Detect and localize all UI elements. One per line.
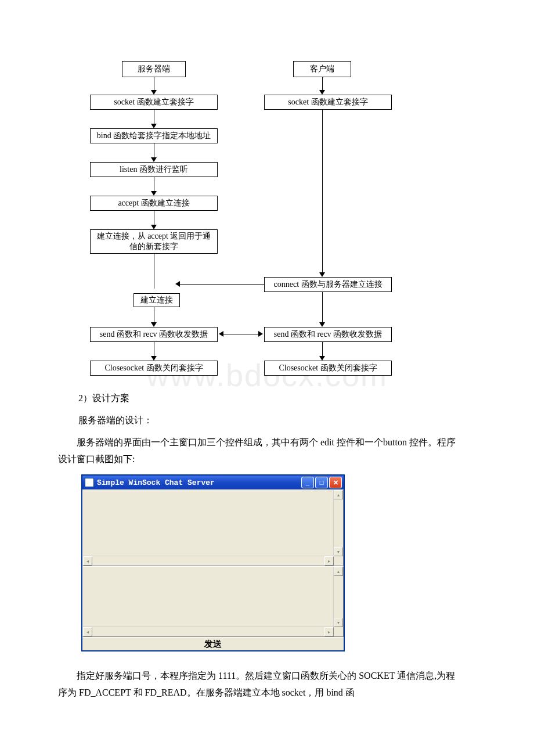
line xyxy=(322,77,323,90)
arrow-down-icon xyxy=(319,356,325,361)
server-header-box: 服务器端 xyxy=(122,61,186,77)
scroll-right-icon[interactable]: ▸ xyxy=(324,556,334,566)
paragraph-2: 指定好服务端口号，本程序指定为 1111。然后建立窗口函数所关心的 SOCKET… xyxy=(58,668,464,701)
line xyxy=(322,292,323,322)
maximize-button[interactable]: □ xyxy=(315,477,328,488)
send-button-label: 发送 xyxy=(204,639,222,650)
client-close-box: Closesocket 函数关闭套接字 xyxy=(264,361,392,376)
arrow-down-icon xyxy=(151,322,157,327)
arrow-down-icon xyxy=(151,356,157,361)
app-icon xyxy=(85,478,94,487)
horizontal-scrollbar[interactable]: ◂ ▸ xyxy=(83,556,334,566)
line xyxy=(154,110,154,124)
paragraph-2-text: 指定好服务端口号，本程序指定为 1111。然后建立窗口函数所关心的 SOCKET… xyxy=(58,668,464,701)
vertical-scrollbar[interactable]: ▴ ▾ xyxy=(333,490,343,556)
titlebar: Simple WinSock Chat Server _ □ ✕ xyxy=(82,476,344,489)
scroll-down-icon[interactable]: ▾ xyxy=(334,618,343,627)
line xyxy=(154,143,154,157)
scroll-up-icon[interactable]: ▴ xyxy=(334,490,343,499)
window-title: Simple WinSock Chat Server xyxy=(97,478,215,487)
line xyxy=(154,77,154,90)
server-close-box: Closesocket 函数关闭套接字 xyxy=(90,361,218,376)
client-header-box: 客户端 xyxy=(293,61,351,77)
arrow-right-icon xyxy=(258,331,263,337)
server-socket-label: socket 函数建立套接字 xyxy=(114,97,193,107)
server-header-label: 服务器端 xyxy=(138,64,170,74)
arrow-left-icon xyxy=(219,331,223,337)
server-newsock-box: 建立连接，从 accept 返回用于通信的新套接字 xyxy=(90,229,218,254)
client-socket-label: socket 函数建立套接字 xyxy=(288,97,367,107)
server-newsock-label: 建立连接，从 accept 返回用于通信的新套接字 xyxy=(93,231,215,252)
arrow-left-icon xyxy=(175,281,180,287)
server-accept-box: accept 函数建立连接 xyxy=(90,196,218,211)
server-sendrecv-label: send 函数和 recv 函数收发数据 xyxy=(100,329,208,340)
line xyxy=(154,307,154,322)
line xyxy=(154,177,154,191)
server-socket-box: socket 函数建立套接字 xyxy=(90,95,218,110)
edit-control-1[interactable]: ▴ ▾ ◂ ▸ xyxy=(82,489,344,566)
scroll-up-icon[interactable]: ▴ xyxy=(334,567,343,576)
connect-label: 建立连接 xyxy=(140,295,173,305)
line xyxy=(154,211,154,225)
send-button[interactable]: 发送 xyxy=(82,637,344,650)
line xyxy=(154,342,154,356)
window-body: ▴ ▾ ◂ ▸ ▴ ▾ ◂ ▸ xyxy=(82,489,344,650)
client-sendrecv-label: send 函数和 recv 函数收发数据 xyxy=(274,329,382,340)
server-close-label: Closesocket 函数关闭套接字 xyxy=(104,363,203,373)
client-socket-box: socket 函数建立套接字 xyxy=(264,95,392,110)
vertical-scrollbar[interactable]: ▴ ▾ xyxy=(333,567,343,627)
line xyxy=(223,334,258,334)
close-button[interactable]: ✕ xyxy=(329,477,342,488)
server-accept-label: accept 函数建立连接 xyxy=(118,198,189,208)
server-sendrecv-box: send 函数和 recv 函数收发数据 xyxy=(90,327,218,342)
line xyxy=(180,284,264,285)
client-close-label: Closesocket 函数关闭套接字 xyxy=(279,363,377,373)
arrow-down-icon xyxy=(319,272,325,277)
minimize-button[interactable]: _ xyxy=(301,477,314,488)
scroll-corner xyxy=(334,627,343,636)
client-sendrecv-box: send 函数和 recv 函数收发数据 xyxy=(264,327,392,342)
scroll-corner xyxy=(334,556,343,566)
arrow-down-icon xyxy=(151,90,157,95)
section2-heading: 2）设计方案 xyxy=(78,390,129,407)
horizontal-scrollbar[interactable]: ◂ ▸ xyxy=(83,627,334,636)
paragraph-1: 服务器端的界面由一个主窗口加三个控件组成，其中有两个 edit 控件和一个but… xyxy=(58,434,464,468)
line xyxy=(154,254,154,289)
arrow-down-icon xyxy=(319,322,325,327)
paragraph-1-text: 服务器端的界面由一个主窗口加三个控件组成，其中有两个 edit 控件和一个but… xyxy=(58,434,464,468)
line xyxy=(322,110,323,272)
arrow-down-icon xyxy=(151,225,157,229)
flowchart-diagram: 服务器端 客户端 socket 函数建立套接字 bind 函数给套接字指定本地地… xyxy=(81,61,441,386)
server-bind-label: bind 函数给套接字指定本地地址 xyxy=(97,131,211,141)
client-connect-box: connect 函数与服务器建立连接 xyxy=(264,277,392,292)
server-bind-box: bind 函数给套接字指定本地地址 xyxy=(90,128,218,143)
scroll-left-icon[interactable]: ◂ xyxy=(83,627,92,636)
client-connect-label: connect 函数与服务器建立连接 xyxy=(273,279,382,290)
arrow-down-icon xyxy=(151,191,157,196)
arrow-down-icon xyxy=(319,90,325,95)
arrow-down-icon xyxy=(151,157,157,162)
server-design-heading: 服务器端的设计： xyxy=(78,412,153,429)
client-header-label: 客户端 xyxy=(310,64,334,74)
scroll-right-icon[interactable]: ▸ xyxy=(324,627,334,636)
line xyxy=(322,342,323,356)
scroll-down-icon[interactable]: ▾ xyxy=(334,547,343,556)
server-listen-label: listen 函数进行监听 xyxy=(120,164,188,175)
connect-label-box: 建立连接 xyxy=(134,293,180,307)
server-listen-box: listen 函数进行监听 xyxy=(90,162,218,177)
app-window-screenshot: Simple WinSock Chat Server _ □ ✕ ▴ ▾ ◂ ▸ xyxy=(81,474,345,651)
edit-control-2[interactable]: ▴ ▾ ◂ ▸ xyxy=(82,566,344,637)
scroll-left-icon[interactable]: ◂ xyxy=(83,556,92,566)
arrow-down-icon xyxy=(151,124,157,128)
